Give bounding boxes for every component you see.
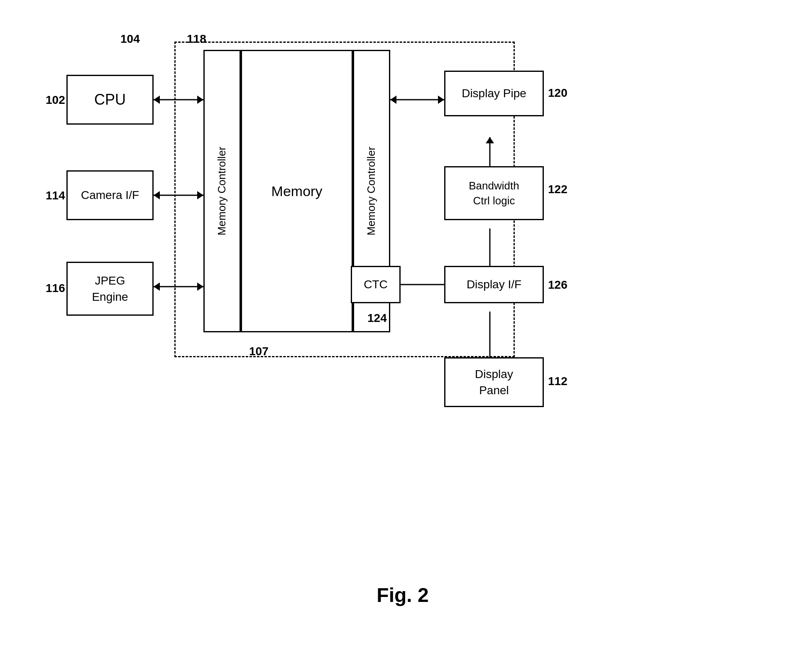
ref-114: 114 <box>46 189 65 202</box>
memory-box: Memory <box>241 50 353 332</box>
display-pipe-label: Display Pipe <box>462 87 526 100</box>
ref-116: 116 <box>46 282 65 295</box>
camera-box: Camera I/F <box>66 170 154 220</box>
ctc-box: CTC <box>351 266 401 303</box>
display-if-label: Display I/F <box>467 278 521 291</box>
left-memory-controller: Memory Controller <box>203 50 241 332</box>
ref-112: 112 <box>548 375 567 388</box>
diagram: 104 118 Memory Controller Memory Memory … <box>25 17 780 619</box>
ref-124: 124 <box>367 312 387 325</box>
display-if-box: Display I/F <box>444 266 544 303</box>
display-panel-label: Display Panel <box>475 366 513 398</box>
jpeg-box: JPEG Engine <box>66 262 154 316</box>
figure-caption: Fig. 2 <box>377 584 428 607</box>
ref-118: 118 <box>187 32 206 46</box>
cpu-label: CPU <box>94 91 126 108</box>
display-pipe-box: Display Pipe <box>444 71 544 116</box>
ref-104: 104 <box>120 32 140 46</box>
svg-marker-2 <box>154 96 160 104</box>
svg-marker-8 <box>154 282 160 291</box>
ref-122: 122 <box>548 183 567 196</box>
cpu-box: CPU <box>66 75 154 125</box>
ref-102: 102 <box>46 93 65 107</box>
memory-label: Memory <box>271 183 323 199</box>
ref-120: 120 <box>548 86 567 100</box>
camera-label: Camera I/F <box>81 189 139 202</box>
bandwidth-box: Bandwidth Ctrl logic <box>444 166 544 220</box>
ref-126: 126 <box>548 278 567 292</box>
ref-107: 107 <box>249 345 269 358</box>
display-panel-box: Display Panel <box>444 357 544 407</box>
ctc-label: CTC <box>364 278 388 291</box>
jpeg-label: JPEG Engine <box>92 273 128 305</box>
left-mc-label: Memory Controller <box>215 147 228 236</box>
svg-marker-5 <box>154 191 160 199</box>
bandwidth-label: Bandwidth Ctrl logic <box>469 178 519 209</box>
right-mc-label: Memory Controller <box>365 147 378 236</box>
